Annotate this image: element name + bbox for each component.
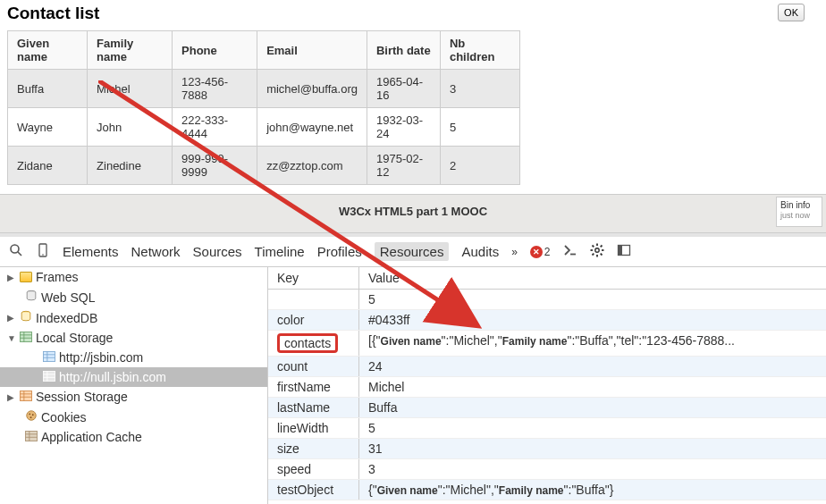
table-header: Nb children	[440, 31, 519, 70]
tree-websql[interactable]: Web SQL	[0, 287, 267, 307]
table-cell: zz@zztop.com	[257, 147, 367, 185]
svg-rect-38	[26, 431, 38, 441]
tab-sources[interactable]: Sources	[193, 244, 242, 259]
kv-key: testObject	[268, 480, 359, 500]
kv-row[interactable]: contacts[{"Given name":"Michel","Family …	[268, 331, 826, 357]
kv-key: firstName	[268, 377, 359, 397]
svg-point-5	[594, 248, 598, 252]
kv-key: speed	[268, 459, 359, 479]
kv-row[interactable]: 5	[268, 290, 826, 310]
contact-table: Given nameFamily namePhoneEmailBirth dat…	[7, 30, 520, 185]
bin-info-label: Bin info	[780, 200, 818, 211]
tree-sessionstorage[interactable]: ▶Session Storage	[0, 387, 267, 407]
kv-key: size	[268, 439, 359, 458]
kv-value: #0433ff	[359, 310, 826, 330]
table-header: Birth date	[367, 31, 440, 70]
svg-rect-22	[44, 351, 55, 361]
kv-row[interactable]: firstNameMichel	[268, 377, 826, 398]
tree-indexeddb[interactable]: ▶IndexedDB	[0, 307, 267, 328]
table-cell: michel@buffa.org	[257, 70, 367, 108]
tab-audits[interactable]: Audits	[461, 244, 499, 259]
bin-title: W3Cx HTML5 part 1 MOOC	[339, 205, 487, 218]
svg-line-1	[18, 252, 21, 256]
table-icon	[25, 430, 38, 444]
table-cell: 222-333-4444	[173, 108, 257, 147]
tab-timeline[interactable]: Timeline	[255, 244, 305, 259]
svg-point-36	[32, 414, 34, 416]
table-cell: john@wayne.net	[257, 108, 367, 147]
svg-point-3	[42, 254, 44, 256]
kv-key: color	[268, 310, 359, 330]
kv-pane: Key Value 5color#0433ffcontacts[{"Given …	[268, 267, 826, 504]
table-cell: 1932-03-24	[367, 108, 440, 147]
kv-row[interactable]: lastNameBuffa	[268, 398, 826, 418]
error-badge[interactable]: ✕2	[530, 246, 551, 258]
table-cell: 1975-02-12	[367, 147, 440, 185]
table-cell: 123-456-7888	[173, 70, 257, 108]
kv-value: 5	[359, 290, 826, 309]
tree-local-jsbin[interactable]: http://jsbin.com	[0, 348, 267, 367]
svg-line-10	[592, 246, 594, 248]
table-cell: Buffa	[8, 70, 88, 108]
table-icon	[20, 331, 32, 345]
tab-profiles[interactable]: Profiles	[317, 244, 362, 259]
kv-header-key[interactable]: Key	[268, 267, 359, 289]
svg-rect-15	[618, 246, 622, 256]
gear-icon[interactable]	[590, 243, 604, 260]
table-header: Family name	[88, 31, 173, 70]
tree-local-nulljsbin[interactable]: http://null.jsbin.com	[0, 367, 267, 387]
kv-row[interactable]: lineWidth5	[268, 418, 826, 439]
tab-network[interactable]: Network	[131, 244, 181, 259]
svg-point-37	[30, 416, 32, 418]
table-header: Phone	[173, 31, 257, 70]
search-icon[interactable]	[9, 243, 23, 260]
kv-key: lineWidth	[268, 418, 359, 438]
tab-elements[interactable]: Elements	[63, 244, 119, 259]
svg-rect-30	[21, 391, 32, 400]
table-cell: 999-999-9999	[173, 147, 257, 185]
kv-header-value[interactable]: Value	[359, 267, 409, 289]
tree-appcache[interactable]: Application Cache	[0, 427, 267, 447]
kv-value: Michel	[359, 377, 826, 397]
kv-value: [{"Given name":"Michel","Family name":"B…	[359, 331, 826, 356]
database-icon	[20, 310, 32, 325]
svg-line-11	[600, 254, 602, 256]
dock-icon[interactable]	[617, 243, 631, 260]
tree-frames[interactable]: ▶Frames	[0, 267, 267, 287]
database-icon	[25, 290, 38, 305]
tree-cookies[interactable]: Cookies	[0, 407, 267, 427]
kv-row[interactable]: size31	[268, 439, 826, 459]
ok-button[interactable]: OK	[778, 4, 805, 21]
kv-row[interactable]: speed3	[268, 459, 826, 480]
svg-rect-18	[21, 332, 32, 341]
bin-info-time: just now	[780, 211, 818, 221]
console-icon[interactable]	[563, 243, 577, 260]
table-header: Email	[257, 31, 367, 70]
tree-localstorage[interactable]: ▼Local Storage	[0, 328, 267, 348]
tab-resources[interactable]: Resources	[375, 242, 450, 261]
kv-value: Buffa	[359, 398, 826, 417]
kv-value: 5	[359, 418, 826, 438]
table-row: WayneJohn222-333-4444john@wayne.net1932-…	[8, 108, 520, 147]
kv-key: count	[268, 357, 359, 376]
kv-row[interactable]: count24	[268, 357, 826, 377]
folder-icon	[20, 272, 32, 282]
svg-point-34	[27, 411, 37, 421]
device-icon[interactable]	[36, 243, 50, 260]
table-cell: Michel	[88, 70, 173, 108]
kv-value: {"Given name":"Michel","Family name":"Bu…	[359, 480, 826, 500]
svg-point-0	[11, 245, 19, 253]
bin-info-card[interactable]: Bin info just now	[776, 197, 822, 227]
table-row: BuffaMichel123-456-7888michel@buffa.org1…	[8, 70, 520, 108]
kv-key: contacts	[268, 331, 359, 356]
svg-rect-26	[44, 371, 55, 381]
kv-row[interactable]: testObject{"Given name":"Michel","Family…	[268, 480, 826, 500]
tabs-overflow[interactable]: »	[511, 246, 518, 258]
table-icon	[20, 390, 32, 404]
bin-bar: W3Cx HTML5 part 1 MOOC Bin info just now	[0, 194, 826, 233]
kv-row[interactable]: color#0433ff	[268, 310, 826, 331]
kv-value: 31	[359, 439, 826, 458]
table-cell: 2	[440, 147, 519, 185]
kv-value: 24	[359, 357, 826, 376]
table-cell: Wayne	[8, 108, 88, 147]
